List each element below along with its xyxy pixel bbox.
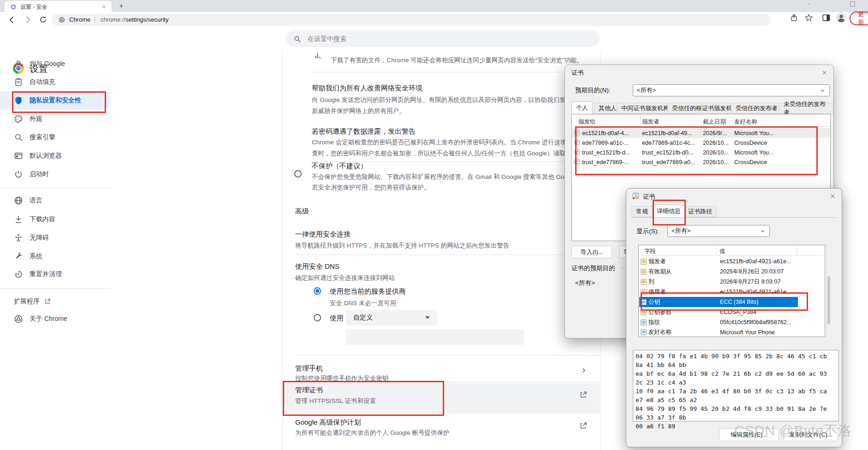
column-header-issued-by[interactable]: 颁发者 <box>642 118 660 126</box>
field-row-thumbprint[interactable]: 指纹05fc410c5f9f0b8af958762... <box>639 317 824 327</box>
column-separator[interactable] <box>716 246 716 255</box>
share-icon[interactable] <box>790 13 798 22</box>
import-button[interactable]: 导入(I)... <box>571 246 612 258</box>
dns-custom-radio[interactable] <box>314 314 321 321</box>
column-header-expiry[interactable]: 截止日期 <box>703 118 726 126</box>
certificate-row[interactable]: ede77869-a01c-... ede77869-a01c-4c... 20… <box>572 138 830 148</box>
chevron-right-icon[interactable]: › <box>582 364 585 376</box>
column-separator[interactable] <box>701 115 702 125</box>
dns-provider-radio[interactable] <box>314 287 321 295</box>
column-header-field[interactable]: 字段 <box>644 248 656 255</box>
intended-purpose-value: <所有> <box>633 86 656 95</box>
column-separator[interactable] <box>797 246 797 255</box>
close-icon[interactable] <box>819 67 830 78</box>
sidebar-item-you-and-google[interactable]: 您与 Google <box>0 55 111 73</box>
column-header-friendly-name[interactable]: 友好名称 <box>734 118 757 126</box>
tab-close-icon[interactable] <box>101 4 107 9</box>
sidebar-item-about-chrome[interactable]: 关于 Chrome <box>0 310 111 328</box>
manage-certificates-title: 管理证书 <box>295 386 323 395</box>
intended-purpose-combobox[interactable]: <所有> <box>633 84 830 96</box>
hex-value-box[interactable]: 04 02 79 f8 fa e1 4b 90 b9 3f 95 85 2b 8… <box>633 350 839 421</box>
sidebar-item-label: 默认浏览器 <box>30 152 62 160</box>
profile-avatar[interactable] <box>836 12 847 23</box>
update-button[interactable]: 更新 <box>850 12 868 25</box>
url-scheme: chrome:// <box>101 16 125 23</box>
field-row-friendly-name[interactable]: 友好名称Microsoft Your Phone <box>639 327 824 337</box>
cell-issued-by: ede77869-a01c-4c... <box>642 140 695 146</box>
sidebar-item-languages[interactable]: 语言 <box>0 191 111 210</box>
launch-icon[interactable] <box>579 391 587 399</box>
browser-tab[interactable]: 设置 - 安全 <box>5 1 112 12</box>
field-row-issuer[interactable]: 颁发者ec1521fb-d0af-4921-a61e... <box>639 256 824 266</box>
sidebar-item-system[interactable]: 系统 <box>0 247 111 266</box>
field-value: ec1521fb-d0af-4921-a61e... <box>720 289 791 295</box>
column-header-value[interactable]: 值 <box>719 248 725 255</box>
dns-custom-input[interactable] <box>346 329 524 345</box>
field-row-public-key-params[interactable]: 公钥参数ECDSA_P384 <box>639 307 824 317</box>
sidebar-item-on-startup[interactable]: 启动时 <box>0 165 111 184</box>
launch-icon <box>44 298 51 305</box>
column-separator[interactable] <box>640 115 641 125</box>
forward-icon[interactable] <box>23 15 32 24</box>
reload-icon[interactable] <box>39 15 48 24</box>
omnibox[interactable]: Chrome | chrome://settings/security <box>52 14 771 26</box>
tab-label: 受信任的发布者 <box>736 104 778 112</box>
sidebar-item-appearance[interactable]: 外观 <box>0 110 111 128</box>
sidebar-item-search-engine[interactable]: 搜索引擎 <box>0 128 111 147</box>
tab-intermediate-cas[interactable]: 中间证书颁发机构 <box>617 103 674 114</box>
certificate-row[interactable]: ec1521fb-d0af-4... ec1521fb-d0af-49... 2… <box>572 128 830 138</box>
sidebar-item-label: 重置并清理 <box>30 270 62 278</box>
palette-icon <box>14 114 23 124</box>
sidebar-item-label: 扩展程序 <box>14 297 40 306</box>
tab-certification-path[interactable]: 证书路径 <box>684 206 717 217</box>
chrome-glyph-icon <box>58 16 65 24</box>
dialog-title: 证书 <box>643 193 655 201</box>
side-panel-icon[interactable] <box>822 13 831 22</box>
search-icon <box>293 35 301 43</box>
tab-details[interactable]: 详细信息 <box>652 205 685 217</box>
sidebar-item-downloads[interactable]: 下载内容 <box>0 210 111 229</box>
scrollbar-thumb[interactable] <box>827 276 830 324</box>
back-icon[interactable] <box>7 15 17 24</box>
intended-purpose-label: 预期目的(N): <box>575 86 611 95</box>
sidebar-item-extensions[interactable]: 扩展程序 <box>0 292 111 311</box>
search-input[interactable] <box>307 35 567 43</box>
no-protection-radio[interactable] <box>294 170 302 178</box>
close-icon[interactable] <box>827 190 838 201</box>
scrollbar[interactable] <box>826 245 831 337</box>
dns-custom-dropdown[interactable]: 自定义 <box>346 310 437 326</box>
window-restore-icon[interactable] <box>850 1 855 6</box>
field-row-subject[interactable]: 使用者ec1521fb-d0af-4921-a61e... <box>639 287 824 297</box>
column-header-issued-to[interactable]: 颁发给 <box>578 118 596 126</box>
sidebar-item-privacy-security[interactable]: 隐私设置和安全性 <box>0 91 111 110</box>
tab-personal[interactable]: 个人 <box>571 101 593 114</box>
window-chevron-icon[interactable] <box>806 1 811 6</box>
field-row-valid-from[interactable]: 有效期从2025年9月26日 20:03:07 <box>639 266 824 277</box>
sidebar-item-default-browser[interactable]: 默认浏览器 <box>0 147 111 165</box>
show-combobox[interactable]: <所有> <box>667 225 770 237</box>
tab-untrusted-publishers[interactable]: 未受信任的发布者 <box>779 103 833 114</box>
divider <box>295 355 600 355</box>
help-improve-desc-2: 新威胁并保护网络上的所有用户。 <box>312 107 405 115</box>
field-name: 使用者 <box>648 288 666 296</box>
certificate-row[interactable]: trust_ec1521fb-d... trust_ec1521fb-d0...… <box>572 148 830 157</box>
sidebar-item-accessibility[interactable]: 无障碍 <box>0 229 111 247</box>
sidebar-item-label: 语言 <box>30 196 42 205</box>
cell-expiry: 2026/10... <box>703 140 729 146</box>
bookmark-star-icon[interactable] <box>804 13 813 22</box>
settings-search[interactable] <box>285 30 600 47</box>
sidebar-item-autofill[interactable]: 自动填充 <box>0 73 111 91</box>
field-row-public-key[interactable]: 公钥ECC (384 Bits) <box>639 297 798 307</box>
certificate-row[interactable]: trust_ede77869-... trust_ede77869-a0... … <box>572 157 830 167</box>
new-tab-icon[interactable] <box>118 3 125 9</box>
manage-phones-title: 管理手机 <box>295 364 323 373</box>
column-separator[interactable] <box>732 115 733 125</box>
sidebar-divider <box>0 288 111 289</box>
tab-general[interactable]: 常规 <box>631 206 653 217</box>
sidebar-item-reset[interactable]: 重置并清理 <box>0 265 111 284</box>
copy-to-file-button[interactable]: 复制到文件(C)... <box>784 428 838 441</box>
tab-trusted-publishers[interactable]: 受信任的发布者 <box>731 103 782 114</box>
field-row-valid-to[interactable]: 到2026年9月27日 8:03:07 <box>639 277 824 287</box>
launch-icon[interactable] <box>579 422 587 430</box>
edit-properties-button[interactable]: 编辑属性(E)... <box>719 428 779 441</box>
